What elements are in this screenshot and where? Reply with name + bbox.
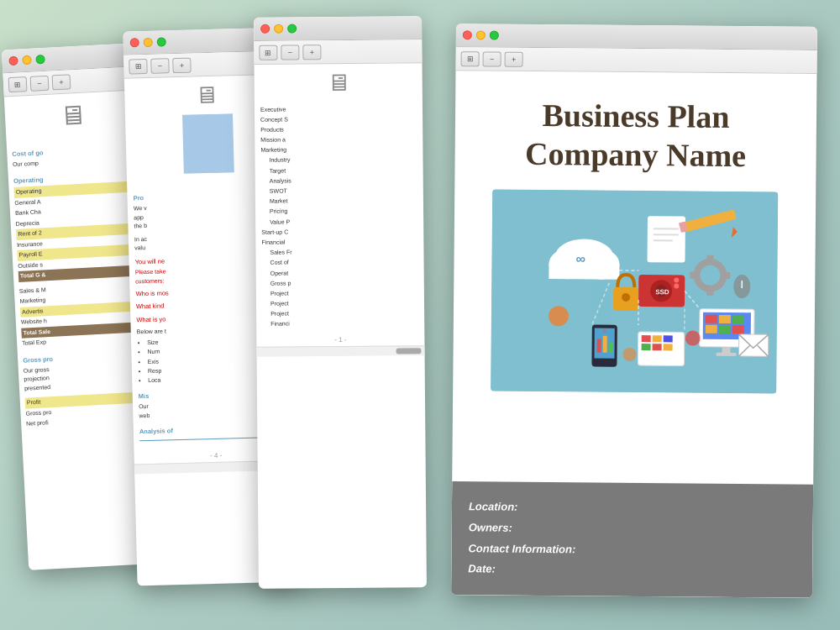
toc-item: Financi: [262, 318, 418, 329]
toolbar-3: ⊞ − +: [254, 39, 422, 65]
cover-title: Business Plan Company Name: [525, 97, 747, 175]
svg-point-26: [674, 284, 679, 289]
svg-text:SSD: SSD: [655, 288, 669, 296]
svg-rect-4: [549, 264, 619, 280]
zoom-out-2[interactable]: −: [150, 58, 169, 74]
minimize-dot-2[interactable]: [144, 38, 153, 47]
window-3: ⊞ − + 🖥 Executive Concept S Products Mis…: [254, 16, 427, 589]
svg-text:∞: ∞: [575, 252, 585, 266]
zoom-in-1[interactable]: +: [52, 74, 71, 90]
tech-svg: ∞: [491, 190, 778, 394]
svg-rect-17: [690, 272, 696, 279]
minimize-dot-3[interactable]: [274, 24, 283, 34]
zoom-in-3[interactable]: +: [302, 45, 321, 60]
svg-point-25: [674, 278, 679, 283]
scroll-thumb-3[interactable]: [396, 348, 421, 354]
title-bar-4: [456, 24, 817, 50]
zoom-out-3[interactable]: −: [281, 45, 299, 60]
gross-body: Our gross projection presented: [24, 360, 149, 393]
svg-point-47: [622, 348, 636, 361]
svg-rect-36: [717, 353, 737, 356]
svg-rect-54: [664, 344, 673, 350]
doc-content-3: Executive Concept S Products Mission a M…: [255, 97, 424, 334]
monitor-icon-3: 🖥: [255, 63, 423, 99]
close-dot-2[interactable]: [130, 38, 139, 47]
zoom-out-1[interactable]: −: [30, 75, 50, 91]
page-num-3: - 1 -: [256, 333, 424, 347]
view-toggle-3[interactable]: ⊞: [259, 45, 277, 60]
footer-date: Date:: [468, 559, 795, 583]
close-dot-3[interactable]: [260, 24, 270, 34]
svg-point-46: [685, 331, 701, 346]
footer-location: Location:: [469, 497, 796, 521]
cover-footer: Location: Owners: Contact Information: D…: [451, 481, 813, 597]
cover-image: ∞: [491, 190, 778, 394]
svg-rect-53: [653, 344, 662, 350]
svg-point-20: [622, 293, 630, 302]
title-bar-3: [254, 16, 422, 41]
svg-rect-51: [664, 335, 673, 342]
zoom-in-4[interactable]: +: [505, 51, 523, 66]
svg-point-44: [603, 329, 606, 333]
maximize-dot-1[interactable]: [35, 55, 45, 65]
bottom-scroll-3: [256, 345, 424, 357]
close-dot-1[interactable]: [8, 56, 18, 66]
svg-rect-49: [642, 335, 651, 342]
monitor-icon-1: 🖥: [4, 90, 140, 136]
image-placeholder: [182, 113, 234, 174]
svg-rect-41: [597, 339, 601, 353]
svg-rect-35: [722, 347, 731, 354]
cover-wrapper: Business Plan Company Name ∞: [451, 71, 816, 598]
view-toggle-4[interactable]: ⊞: [461, 51, 480, 66]
cover-page: Business Plan Company Name ∞: [453, 71, 816, 411]
svg-rect-16: [706, 289, 713, 296]
maximize-dot-2[interactable]: [157, 37, 166, 46]
minimize-dot-4[interactable]: [476, 30, 486, 39]
svg-rect-32: [706, 325, 717, 333]
svg-rect-33: [719, 325, 731, 333]
svg-rect-30: [719, 315, 731, 323]
svg-rect-34: [732, 325, 744, 333]
svg-rect-18: [723, 272, 730, 279]
view-toggle-2[interactable]: ⊞: [129, 58, 147, 74]
minimize-dot-1[interactable]: [22, 55, 32, 66]
svg-rect-29: [706, 315, 717, 323]
svg-rect-31: [732, 315, 744, 323]
svg-point-14: [700, 265, 720, 286]
maximize-dot-4[interactable]: [490, 30, 499, 39]
zoom-out-4[interactable]: −: [483, 51, 501, 66]
footer-contact: Contact Information:: [468, 538, 795, 562]
svg-rect-52: [642, 344, 651, 350]
svg-rect-43: [609, 343, 613, 353]
maximize-dot-3[interactable]: [287, 24, 297, 33]
toolbar-4: ⊞ − +: [455, 47, 816, 74]
close-dot-4[interactable]: [463, 30, 472, 39]
window-4-business-plan: ⊞ − + Business Plan Company Name: [451, 24, 817, 598]
svg-point-45: [549, 306, 569, 326]
svg-rect-42: [603, 336, 607, 353]
footer-owners: Owners:: [469, 517, 796, 541]
svg-rect-50: [653, 335, 662, 342]
view-toggle-1[interactable]: ⊞: [8, 76, 28, 92]
svg-rect-15: [707, 255, 714, 262]
zoom-in-2[interactable]: +: [172, 57, 191, 73]
